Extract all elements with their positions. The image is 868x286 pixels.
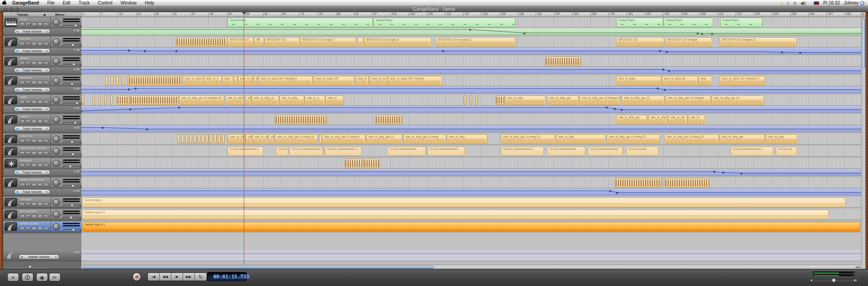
region[interactable]: [665, 178, 710, 188]
track-header-vocal-bits-reverb[interactable]: vocal bits reverb●◀∩▪▼LR◁◁)): [3, 146, 81, 157]
vertical-scrollbar[interactable]: ▲: [861, 12, 865, 269]
menu-control[interactable]: Control: [94, 0, 116, 5]
add-track-button[interactable]: +: [7, 273, 19, 281]
pan-knob[interactable]: [53, 199, 60, 206]
region[interactable]: [82, 95, 84, 105]
track-header-SUB[interactable]: SUB●◀∩▪▼LR◁◁)): [3, 17, 81, 28]
lcd-display[interactable]: ◔ 00:01:15.733 110 TEMPO: [207, 272, 247, 281]
region-grand-piano[interactable]: Grand Piano: [664, 18, 713, 27]
scrollbar-arrows[interactable]: ◀ ▶: [855, 265, 860, 269]
mute-button[interactable]: ◀: [26, 23, 31, 26]
region-vocal1weekreverb2[interactable]: VOCAL1weekreverb2: [427, 146, 465, 156]
region-ode-to-billy-jae-13-merg-22[interactable]: ode_to_billy_jae.13 merg.22: [607, 134, 660, 144]
lcd-tempo[interactable]: 110 TEMPO: [237, 274, 245, 279]
region[interactable]: [495, 95, 505, 105]
lock-button[interactable]: ▪: [38, 227, 42, 230]
region-grand-piano[interactable]: Grand Piano: [720, 18, 763, 27]
automation-button[interactable]: ▼: [43, 227, 48, 230]
automation-button[interactable]: ▼: [43, 81, 48, 84]
volume-slider-thumb[interactable]: [70, 216, 73, 219]
record-enable-button[interactable]: ●: [20, 100, 25, 104]
region-kool-is-ba[interactable]: kool_is_ba: [369, 76, 387, 85]
solo-button[interactable]: ∩: [32, 183, 37, 187]
region[interactable]: [210, 134, 212, 144]
lock-button[interactable]: ▪: [38, 164, 42, 167]
region-vocal1weekreverb-3[interactable]: VOCAL1weekreverb.3: [731, 146, 774, 156]
lock-button[interactable]: ▪: [38, 42, 42, 46]
volume-slider[interactable]: ◁◁)): [62, 153, 81, 156]
volume-slider-thumb[interactable]: [74, 24, 77, 27]
track-header-sample[interactable]: sample●◀∩▪▼LR◁◁)): [3, 197, 81, 208]
pan-knob[interactable]: [53, 160, 60, 167]
volume-slider-thumb[interactable]: [71, 184, 75, 188]
region-ode-to-billy-jae-13-merg-16[interactable]: ode_to_billy_jae.13 merg.16: [275, 134, 318, 144]
region-grand-piano[interactable]: Grand Piano: [616, 18, 663, 27]
volume-icon[interactable]: ◀)): [800, 1, 806, 5]
automation-button[interactable]: ▼: [43, 202, 48, 206]
region-kool[interactable]: kool: [698, 76, 712, 85]
region[interactable]: [615, 178, 662, 188]
region[interactable]: [93, 95, 95, 105]
track-volume-popup[interactable]: Track Volume⇕: [14, 87, 50, 92]
region-ode-to-billy[interactable]: ode_to_billy: [228, 134, 245, 144]
volume-slider[interactable]: ◁◁)): [62, 184, 81, 188]
region[interactable]: [344, 159, 363, 168]
automation-button[interactable]: ▼: [43, 164, 48, 167]
record-enable-button[interactable]: ●: [20, 120, 25, 123]
region-brostep-102-merged-8[interactable]: BROSTEP.102 merged.8: [364, 37, 432, 47]
region[interactable]: [177, 134, 180, 144]
mute-button[interactable]: ◀: [26, 120, 31, 123]
lock-button[interactable]: ▪: [38, 139, 42, 143]
mute-button[interactable]: ◀: [26, 227, 31, 230]
lock-button[interactable]: ▪: [38, 61, 42, 65]
automation-button[interactable]: ▼: [43, 100, 48, 104]
lock-button[interactable]: ▪: [38, 202, 42, 206]
track-volume-popup[interactable]: Track Volume⇕: [14, 170, 50, 175]
region[interactable]: [104, 95, 107, 105]
timeline-zoom-slider[interactable]: [5, 265, 48, 268]
region[interactable]: [357, 37, 363, 47]
track-volume-popup[interactable]: Track Volume⇕: [14, 29, 50, 34]
region-1week-copy-1[interactable]: 1week copy.1: [82, 197, 845, 207]
region-vocal1weekreverb2-3[interactable]: VOCAL1weekreverb2.3: [325, 146, 362, 156]
region-brostep-102-merged-11[interactable]: BROSTEP.102 merged.11: [435, 37, 515, 47]
solo-button[interactable]: ∩: [32, 202, 37, 206]
lock-button[interactable]: ▪: [38, 120, 42, 123]
track-volume-popup[interactable]: Track Volume⇕: [14, 48, 50, 53]
lock-button[interactable]: ▪: [38, 23, 42, 26]
region-kool-is-back-18[interactable]: kool_is_back.18: [662, 76, 698, 85]
region[interactable]: [275, 115, 327, 124]
master-volume-slider[interactable]: ◀ ◀)): [810, 278, 857, 282]
volume-slider-thumb[interactable]: [71, 82, 74, 85]
window-title-bar[interactable]: GarageBand - 1week: [0, 6, 868, 12]
pan-knob[interactable]: [53, 58, 60, 65]
solo-button[interactable]: ∩: [32, 139, 37, 143]
menu-window[interactable]: Window: [117, 0, 141, 5]
horizontal-scrollbar[interactable]: ◀ ▶: [81, 265, 861, 269]
region[interactable]: [128, 76, 182, 85]
solo-button[interactable]: ∩: [32, 81, 37, 84]
go-to-beginning-button[interactable]: |◀: [148, 273, 160, 281]
region-kool-is-back-187-merged[interactable]: kool_is_back.187 merged: [388, 76, 442, 85]
region-ode-to-billy[interactable]: ode_to_billy: [556, 134, 606, 144]
region-ode-to-billy-jae[interactable]: ode_to_billy_jae: [720, 134, 765, 144]
fast-forward-button[interactable]: ▶▶: [183, 273, 195, 281]
volume-slider[interactable]: ◁◁)): [62, 121, 81, 125]
region-1week-copy-4-1[interactable]: 1week copy 4.1: [82, 222, 860, 231]
volume-slider-thumb[interactable]: [71, 204, 74, 207]
region[interactable]: [476, 95, 478, 105]
region-kool-is-b[interactable]: kool_is_b: [204, 76, 222, 85]
region-ode-to-billy[interactable]: ode_to_billy: [648, 115, 667, 124]
region-ode[interactable]: ode: [245, 95, 251, 105]
region-ode-to-billy-jae-13-merged-19[interactable]: ode_to_billy_jae.13 merged.19: [580, 95, 620, 105]
menu-track[interactable]: Track: [75, 0, 94, 5]
region[interactable]: [176, 37, 227, 47]
region-kool-is-back-187[interactable]: kool_is_back.187: [314, 76, 354, 85]
region-brostep-102-merged[interactable]: BROSTEP.102 merged: [665, 37, 712, 47]
volume-slider[interactable]: ◁◁)): [62, 216, 81, 220]
record-enable-button[interactable]: ●: [20, 183, 25, 187]
clock-icon[interactable]: ◷: [793, 1, 797, 5]
record-enable-button[interactable]: ●: [20, 139, 25, 143]
region-ode-to-billy-jae-13-merg-23[interactable]: ode_to_billy_jae.13 merg.23: [501, 134, 555, 144]
track-header-kool-snr[interactable]: kool-snr●◀∩▪▼LR◁◁)): [3, 75, 81, 86]
